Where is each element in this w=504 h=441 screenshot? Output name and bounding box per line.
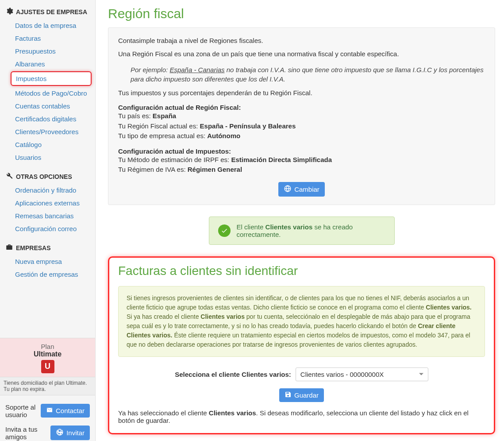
example-link[interactable]: España - Canarias xyxy=(169,66,224,74)
check-icon xyxy=(218,224,231,237)
save-icon xyxy=(285,391,292,399)
cfg-tax-head: Configuración actual de Impuestos: xyxy=(118,147,485,155)
facturas-sin-identificar-section: Facturas a clientes sin identificar Si t… xyxy=(108,256,495,434)
nav-items-ajustes: Datos de la empresa Facturas Presupuesto… xyxy=(0,19,95,164)
panel-actions: Cambiar xyxy=(118,182,485,197)
gear-icon xyxy=(5,7,13,16)
select-value: Clientes varios - 00000000X xyxy=(300,371,384,378)
nav-section-ajustes: AJUSTES DE EMPRESA Datos de la empresa F… xyxy=(0,0,95,165)
cfg-region-head: Configuración actual de Región Fiscal: xyxy=(118,104,485,111)
save-button-label: Guardar xyxy=(294,391,319,399)
cfg-irpf: Tu Método de estimación de IRPF es: Esti… xyxy=(118,155,485,165)
cfg-country: Tu país es: España xyxy=(118,111,485,121)
alert-text: El cliente Clientes varios se ha creado … xyxy=(237,223,385,238)
sidebar: AJUSTES DE EMPRESA Datos de la empresa F… xyxy=(0,0,96,441)
sidebar-item-gestion-empresas[interactable]: Gestión de empresas xyxy=(0,268,95,281)
select-row: Selecciona el cliente Clientes varios: C… xyxy=(118,368,485,381)
plan-label: Plan xyxy=(0,343,95,350)
nav-header-label: AJUSTES DE EMPRESA xyxy=(16,8,87,15)
briefcase-icon xyxy=(5,243,13,252)
invite-button-label: Invitar xyxy=(66,429,85,437)
sidebar-item-certificados[interactable]: Certificados digitales xyxy=(0,112,95,125)
note-line: Ya has seleccionado el cliente Clientes … xyxy=(118,409,485,424)
region-fiscal-panel: Contasimple trabaja a nivel de Regiones … xyxy=(108,27,495,205)
plan-name: Ultimate xyxy=(0,350,95,358)
sidebar-item-cuentas-contables[interactable]: Cuentas contables xyxy=(0,100,95,112)
nav-header-empresas: EMPRESAS xyxy=(0,239,95,255)
sidebar-item-remesas[interactable]: Remesas bancarias xyxy=(0,209,95,222)
mail-icon xyxy=(46,406,53,415)
cfg-iva: Tu Régimen de IVA es: Régimen General xyxy=(118,165,485,175)
sidebar-item-impuestos[interactable]: Impuestos xyxy=(11,71,92,86)
intro-p2: Una Región Fiscal es una zona de un país… xyxy=(118,49,485,59)
sidebar-item-aplicaciones-externas[interactable]: Aplicaciones externas xyxy=(0,197,95,209)
info-box: Si tienes ingresos provenientes de clien… xyxy=(118,286,485,357)
section2-title: Facturas a clientes sin identificar xyxy=(118,264,485,278)
success-alert: El cliente Clientes varios se ha creado … xyxy=(209,217,395,245)
invite-button[interactable]: Invitar xyxy=(50,426,90,440)
save-row: Guardar xyxy=(118,388,485,402)
cfg-region: Tu Región Fiscal actual es: España - Pen… xyxy=(118,121,485,132)
support-label: Soporte al usuario xyxy=(5,403,41,418)
example-text: Por ejemplo: España - Canarias no trabaj… xyxy=(118,62,485,88)
contact-button[interactable]: Contactar xyxy=(41,404,90,418)
change-button[interactable]: Cambiar xyxy=(278,182,325,197)
select-label: Selecciona el cliente Clientes varios: xyxy=(175,371,291,378)
save-button[interactable]: Guardar xyxy=(279,388,324,402)
sidebar-item-ordenacion[interactable]: Ordenación y filtrado xyxy=(0,184,95,197)
intro-p1: Contasimple trabaja a nivel de Regiones … xyxy=(118,36,485,46)
nav-header-label: EMPRESAS xyxy=(16,244,51,251)
plan-box: Plan Ultimate U xyxy=(0,338,95,377)
clientes-varios-select[interactable]: Clientes varios - 00000000X xyxy=(296,368,428,381)
sidebar-item-facturas[interactable]: Facturas xyxy=(0,32,95,45)
nav-header-ajustes: AJUSTES DE EMPRESA xyxy=(0,3,95,19)
globe-icon xyxy=(284,185,292,194)
wrench-icon xyxy=(5,172,13,181)
nav-items-otras: Ordenación y filtrado Aplicaciones exter… xyxy=(0,184,95,235)
nav-section-empresas: EMPRESAS Nueva empresa Gestión de empres… xyxy=(0,236,95,282)
plan-note: Tienes domiciliado el plan Ultimate. Tu … xyxy=(0,377,95,395)
main-content: Región fiscal Contasimple trabaja a nive… xyxy=(96,0,504,441)
cfg-type: Tu tipo de empresa actual es: Autónomo xyxy=(118,131,485,141)
change-button-label: Cambiar xyxy=(294,186,319,193)
invite-label: Invita a tus amigos xyxy=(5,426,45,441)
contact-button-label: Contactar xyxy=(56,407,85,414)
intro-p3: Tus impuestos y sus porcentajes depender… xyxy=(118,88,485,98)
nav-header-label: OTRAS OPCIONES xyxy=(16,173,72,180)
sidebar-item-presupuestos[interactable]: Presupuestos xyxy=(0,45,95,58)
invite-row: Invita a tus amigos Invitar xyxy=(0,421,95,441)
globe-icon xyxy=(56,428,64,437)
sidebar-item-catalogo[interactable]: Catálogo xyxy=(0,138,95,151)
page-title: Región fiscal xyxy=(108,6,495,21)
sidebar-item-metodos-pago[interactable]: Métodos de Pago/Cobro xyxy=(0,87,95,100)
plan-badge: U xyxy=(41,360,54,373)
sidebar-item-clientes-proveedores[interactable]: Clientes/Proveedores xyxy=(0,125,95,138)
nav-section-otras: OTRAS OPCIONES Ordenación y filtrado Apl… xyxy=(0,165,95,236)
example-prefix: Por ejemplo: xyxy=(131,66,169,74)
sidebar-item-albaranes[interactable]: Albaranes xyxy=(0,58,95,70)
nav-items-empresas: Nueva empresa Gestión de empresas xyxy=(0,255,95,281)
sidebar-item-config-correo[interactable]: Configuración correo xyxy=(0,222,95,235)
sidebar-item-nueva-empresa[interactable]: Nueva empresa xyxy=(0,255,95,268)
support-row: Soporte al usuario Contactar xyxy=(0,395,95,421)
nav-header-otras: OTRAS OPCIONES xyxy=(0,167,95,184)
sidebar-item-usuarios[interactable]: Usuarios xyxy=(0,151,95,164)
sidebar-item-datos-empresa[interactable]: Datos de la empresa xyxy=(0,19,95,32)
